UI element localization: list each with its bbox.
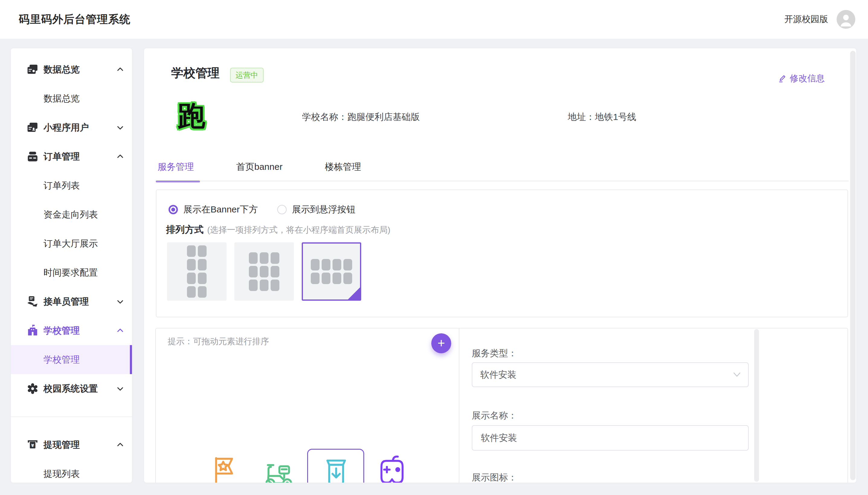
sidebar-item-label: 订单大厅展示 [43, 238, 98, 250]
sidebar-item-label: 学校管理 [43, 354, 80, 366]
chevron-down-icon [116, 298, 124, 306]
sidebar-item-label: 订单管理 [43, 151, 80, 163]
tab-service-management[interactable]: 服务管理 [158, 161, 194, 182]
school-address-label: 地址： [568, 112, 595, 122]
main-scrollbar[interactable] [850, 51, 856, 480]
school-name-label: 学校名称： [302, 112, 347, 122]
display-name-label: 展示名称： [472, 409, 517, 422]
edit-pen-icon [779, 74, 787, 83]
display-position-radio-group: 展示在Banner下方 展示到悬浮按钮 [169, 203, 355, 216]
sidebar-subitem-order-list[interactable]: 订单列表 [11, 171, 132, 200]
status-badge: 运营中 [230, 68, 264, 83]
arrange-mode-row: 排列方式 (选择一项排列方式，将在小程序端首页展示布局) [166, 223, 390, 236]
software-install-box-icon [322, 458, 350, 483]
service-type-select[interactable]: 软件安装 [472, 362, 749, 387]
service-icon-selected-box[interactable] [307, 449, 364, 483]
campus-settings-icon [26, 382, 39, 396]
arrange-mode-hint: (选择一项排列方式，将在小程序端首页展示布局) [207, 224, 390, 236]
sidebar-subitem-order-hall-display[interactable]: 订单大厅展示 [11, 229, 132, 258]
layout-preview-grid [187, 245, 207, 298]
chevron-down-icon [116, 385, 124, 393]
sidebar-item-label: 小程序用户 [43, 121, 89, 134]
sidebar: 数据总览 数据总览 小程序用户 订单管理 订单列表 资金走向列表 订单大厅展示 … [11, 48, 132, 483]
drag-sort-hint: 提示：可拖动元素进行排序 [167, 336, 269, 347]
arrange-mode-label: 排列方式 [166, 223, 203, 236]
radio-floating-button[interactable] [277, 205, 287, 214]
sidebar-item-label: 提现管理 [43, 439, 80, 451]
sidebar-subitem-time-requirement-config[interactable]: 时间要求配置 [11, 258, 132, 287]
sidebar-group-divider [11, 416, 132, 417]
tab-home-banner[interactable]: 首页banner [236, 161, 282, 182]
sidebar-item-order-management[interactable]: 订单管理 [11, 142, 132, 171]
courier-management-icon [26, 295, 39, 309]
sidebar-item-courier-management[interactable]: 接单员管理 [11, 287, 132, 316]
sidebar-item-label: 数据总览 [43, 92, 80, 105]
sidebar-item-label: 接单员管理 [43, 295, 89, 308]
layout-preview-grid [249, 252, 279, 291]
game-controller-icon [376, 454, 408, 483]
withdraw-management-icon: ¥ [26, 438, 39, 452]
tab-divider [155, 181, 849, 181]
service-icon-delivery-scooter[interactable] [263, 458, 295, 483]
sidebar-subitem-school-management[interactable]: 学校管理 [11, 345, 132, 374]
chevron-up-icon [116, 327, 124, 335]
sidebar-subitem-funds-flow-list[interactable]: 资金走向列表 [11, 200, 132, 229]
sidebar-item-school-management[interactable]: 学校管理 [11, 316, 132, 345]
layout-option-2x4[interactable] [167, 242, 227, 301]
sidebar-item-label: 订单列表 [43, 180, 80, 192]
main-content: 学校管理 运营中 修改信息 跑 学校名称：跑腿便利店基础版 地址：地铁1号线 服… [144, 48, 856, 483]
page-title: 学校管理 [171, 65, 219, 81]
service-icon-flag-star[interactable] [209, 455, 238, 483]
service-type-label: 服务类型： [472, 347, 517, 360]
flag-star-icon [209, 455, 238, 483]
chevron-down-icon [733, 372, 741, 378]
sidebar-subitem-withdraw-list[interactable]: 提现列表 [11, 459, 132, 483]
sidebar-item-label: 校园系统设置 [43, 382, 98, 395]
layout-option-4x2-selected[interactable] [302, 242, 361, 301]
svg-text:¥: ¥ [31, 443, 34, 448]
display-name-field[interactable] [472, 425, 749, 450]
edit-info-link[interactable]: 修改信息 [779, 72, 825, 85]
edit-info-label: 修改信息 [790, 72, 825, 85]
school-name: 学校名称：跑腿便利店基础版 [302, 111, 420, 123]
display-options-panel: 展示在Banner下方 展示到悬浮按钮 排列方式 (选择一项排列方式，将在小程序… [156, 189, 848, 317]
service-icon-game-controller[interactable] [376, 454, 408, 483]
chevron-down-icon [116, 124, 124, 132]
sidebar-item-label: 数据总览 [43, 64, 80, 76]
edition-label: 开源校园版 [784, 13, 828, 25]
chevron-up-icon [116, 66, 124, 73]
add-service-button[interactable]: + [431, 333, 451, 353]
tab-building-management[interactable]: 楼栋管理 [325, 161, 361, 182]
radio-banner-below[interactable] [169, 205, 178, 214]
sidebar-item-withdraw-management[interactable]: ¥ 提现管理 [11, 430, 132, 459]
display-name-input[interactable] [480, 432, 729, 443]
sidebar-item-label: 资金走向列表 [43, 208, 98, 221]
sidebar-item-label: 学校管理 [43, 325, 80, 337]
tab-bar: 服务管理 首页banner 楼栋管理 [158, 161, 403, 182]
delivery-scooter-icon [263, 458, 295, 483]
display-icon-label: 展示图标： [472, 472, 517, 483]
sidebar-item-mini-program-users[interactable]: 小程序用户 [11, 113, 132, 142]
sidebar-item-data-overview[interactable]: 数据总览 [11, 55, 132, 84]
school-address: 地址：地铁1号线 [568, 111, 636, 123]
service-type-value: 软件安装 [480, 369, 516, 381]
sidebar-item-label: 提现列表 [43, 468, 80, 480]
mini-program-users-icon [26, 121, 39, 135]
chevron-up-icon [116, 153, 124, 160]
layout-option-cards [167, 242, 361, 301]
sidebar-subitem-data-overview[interactable]: 数据总览 [11, 84, 132, 113]
sidebar-item-label: 时间要求配置 [43, 267, 98, 279]
layout-preview-grid [311, 259, 352, 284]
order-management-icon [26, 150, 39, 164]
user-icon [837, 10, 855, 29]
form-scrollbar[interactable] [754, 329, 759, 482]
school-name-value: 跑腿便利店基础版 [347, 112, 420, 122]
radio-banner-below-label: 展示在Banner下方 [183, 203, 258, 216]
chevron-up-icon [116, 441, 124, 449]
service-edit-panel: 提示：可拖动元素进行排序 + [155, 328, 848, 483]
layout-option-3x3[interactable] [234, 242, 294, 301]
sidebar-item-campus-settings[interactable]: 校园系统设置 [11, 374, 132, 403]
radio-floating-button-label: 展示到悬浮按钮 [292, 203, 355, 216]
service-icon-software-install [322, 458, 350, 483]
avatar[interactable] [837, 10, 855, 29]
